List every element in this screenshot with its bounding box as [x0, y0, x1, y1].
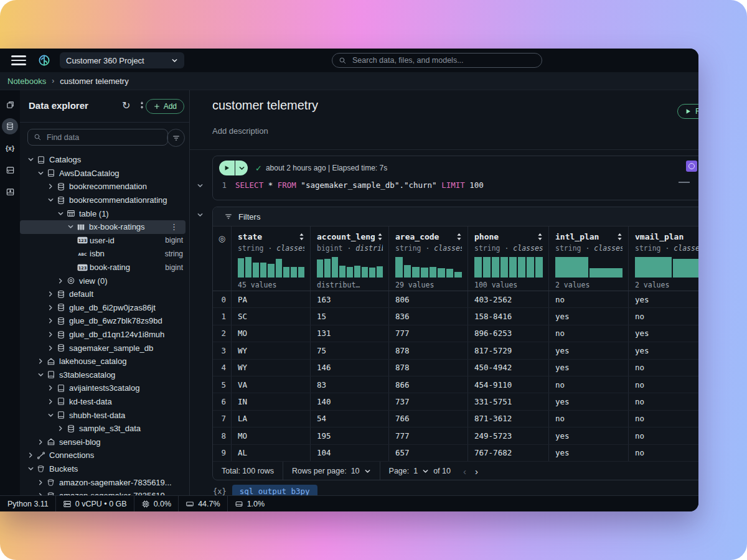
tree-item-shubh-test-data[interactable]: shubh-test-data	[20, 408, 189, 422]
add-data-button[interactable]: Add	[146, 99, 184, 114]
sort-icon[interactable]	[456, 233, 462, 241]
row-index: 6	[213, 393, 232, 409]
tree-item-avijaintests3catalog[interactable]: avijaintests3catalog	[20, 381, 189, 395]
run-options-chevron-icon[interactable]	[235, 161, 248, 175]
run-cell-split-button[interactable]	[219, 161, 248, 175]
status-memory[interactable]: 44.7%	[179, 496, 227, 511]
tree-item-connections[interactable]: Connections	[20, 449, 189, 462]
status-cpu[interactable]: 0.0%	[134, 496, 179, 511]
tree-chevron-down-icon[interactable]	[47, 197, 57, 203]
tree-chevron-right-icon[interactable]	[27, 452, 37, 459]
tree-item-s3tablescatalog[interactable]: s3tablescatalog	[20, 368, 189, 382]
sql-cell-header: ✓ about 2 hours ago | Elapsed time: 7s	[213, 156, 698, 175]
tree-item-sensei-blog[interactable]: sensei-blog	[20, 435, 189, 449]
tree-item-bx-book-ratings[interactable]: bx-book-ratings⋮	[20, 220, 186, 234]
tree-item-amazon-sagemaker-7835619-[interactable]: amazon-sagemaker-7835619...	[20, 475, 189, 489]
column-header-phone: phonestring · classes (…100 values	[468, 226, 549, 291]
tree-chevron-right-icon[interactable]	[57, 278, 67, 284]
column-header-intl_plan: intl_planstring · classes (…2 values	[549, 226, 629, 291]
tree-chevron-down-icon[interactable]	[27, 156, 37, 163]
sort-icon[interactable]	[377, 233, 383, 241]
project-selector[interactable]: Customer 360 Project	[60, 52, 184, 68]
rail-item-file-copy[interactable]	[2, 96, 18, 113]
tree-chevron-right-icon[interactable]	[47, 317, 57, 324]
tree-chevron-down-icon[interactable]	[27, 465, 37, 472]
status-kernel[interactable]: Python 3.11	[7, 496, 55, 511]
cell-value: 450-4942	[468, 360, 549, 376]
tree-chevron-right-icon[interactable]	[37, 479, 47, 486]
cell-value: yes	[629, 342, 698, 358]
rail-item-panel-bottom[interactable]	[2, 184, 18, 200]
find-data-field[interactable]	[27, 129, 168, 146]
tree-item-view-0-[interactable]: view (0)	[20, 274, 189, 287]
add-description-placeholder[interactable]: Add description	[212, 126, 268, 136]
filter-icon-button[interactable]	[167, 129, 185, 147]
collapse-output-chevron-icon[interactable]	[197, 212, 204, 218]
tree-item-sample-s3t-data[interactable]: sample_s3t_data	[20, 422, 189, 436]
global-search[interactable]	[332, 53, 542, 68]
tree-chevron-down-icon[interactable]	[37, 170, 47, 177]
tree-item-isbn[interactable]: ABCisbnstring	[20, 247, 189, 261]
tree-chevron-right-icon[interactable]	[47, 331, 57, 338]
run-cell-button[interactable]	[219, 161, 235, 175]
code-line[interactable]: 1 SELECT * FROM "sagemaker_sample_db"."c…	[213, 180, 698, 190]
refresh-icon[interactable]: ↻	[122, 100, 130, 111]
cell-value: no	[629, 427, 698, 444]
find-data-input[interactable]	[45, 133, 154, 142]
tree-chevron-right-icon[interactable]	[47, 183, 57, 190]
sql-output-chip[interactable]: sql_output_b3py	[232, 485, 317, 495]
tree-chevron-right-icon[interactable]	[37, 358, 47, 365]
previous-page-icon[interactable]: ‹	[463, 466, 466, 477]
tree-item-awsdatacatalog[interactable]: AwsDataCatalog	[20, 167, 189, 180]
sort-icon[interactable]	[617, 233, 622, 241]
filters-bar[interactable]: Filters	[213, 207, 698, 226]
tree-item-default[interactable]: default	[20, 287, 189, 301]
tree-chevron-right-icon[interactable]	[47, 398, 57, 405]
results-table-header: ◎statestring · classes (…45 valuesaccoun…	[213, 226, 698, 291]
tree-item-lakehouse-catalog[interactable]: lakehouse_catalog	[20, 355, 189, 368]
next-page-icon[interactable]: ›	[475, 466, 478, 477]
status-server[interactable]: 0 vCPU • 0 GB	[56, 496, 134, 511]
tree-item-glue-db-d1qn124v1i8muh[interactable]: glue_db_d1qn124v1i8muh	[20, 328, 189, 342]
tree-item-catalogs[interactable]: Catalogs	[20, 153, 189, 167]
tree-chevron-right-icon[interactable]	[47, 385, 57, 391]
tree-chevron-down-icon[interactable]	[37, 371, 47, 378]
tree-chevron-right-icon[interactable]	[47, 291, 57, 297]
tree-item-buckets[interactable]: Buckets	[20, 462, 189, 476]
tree-item-book-rating[interactable]: 123book-ratingbigint	[20, 261, 189, 274]
tree-item-user-id[interactable]: 123user-idbigint	[20, 234, 189, 248]
tree-item-amazon-sagemaker-7835619-[interactable]: amazon-sagemaker-7835619...	[20, 489, 189, 495]
sort-icon[interactable]	[299, 233, 304, 241]
status-disk[interactable]: 1.0%	[228, 496, 272, 511]
minimap-line	[679, 182, 690, 183]
rows-per-page-control[interactable]: Rows per page: 10	[283, 462, 379, 480]
tree-item-glue-db-6i2pw0jzas86jt[interactable]: glue_db_6i2pw0jzas86jt	[20, 301, 189, 315]
tree-chevron-down-icon[interactable]	[67, 223, 77, 230]
tree-chevron-right-icon[interactable]	[57, 425, 67, 432]
tree-item-bookrecommendation[interactable]: bookrecommendation	[20, 180, 189, 194]
collapse-cell-chevron-icon[interactable]	[197, 182, 204, 189]
sort-icon[interactable]	[537, 233, 543, 241]
page-control[interactable]: Page: 1 of 10	[380, 462, 459, 480]
tree-chevron-right-icon[interactable]	[47, 304, 57, 311]
collapse-all-icon[interactable]	[138, 101, 146, 110]
breadcrumb-notebooks-link[interactable]: Notebooks	[7, 77, 46, 86]
rail-item-code-variables[interactable]: {x}	[2, 140, 18, 156]
tree-item-bookrecommendationrating[interactable]: bookrecommendationrating	[20, 194, 189, 207]
tree-chevron-down-icon[interactable]	[57, 210, 67, 217]
tree-chevron-right-icon[interactable]	[37, 439, 47, 446]
rail-item-database[interactable]	[2, 118, 18, 134]
column-name-row: intl_plan	[555, 232, 622, 241]
tree-item-glue-db-6wz7blk78zs9bd[interactable]: glue_db_6wz7blk78zs9bd	[20, 314, 189, 328]
tree-chevron-right-icon[interactable]	[47, 345, 57, 352]
tree-chevron-down-icon[interactable]	[47, 412, 57, 419]
global-search-input[interactable]	[351, 55, 528, 65]
tree-item-table-1-[interactable]: table (1)	[20, 207, 189, 220]
tree-item-sagemaker-sample-db[interactable]: sagemaker_sample_db	[20, 341, 189, 355]
tree-item-kd-test-data[interactable]: kd-test-data	[20, 395, 189, 409]
run-all-button[interactable]: R	[677, 104, 698, 119]
cell-value: PA	[232, 291, 311, 307]
hamburger-menu-icon[interactable]	[11, 55, 26, 65]
kebab-menu-icon[interactable]: ⋮	[170, 222, 178, 231]
rail-item-panel-split[interactable]	[2, 162, 18, 178]
